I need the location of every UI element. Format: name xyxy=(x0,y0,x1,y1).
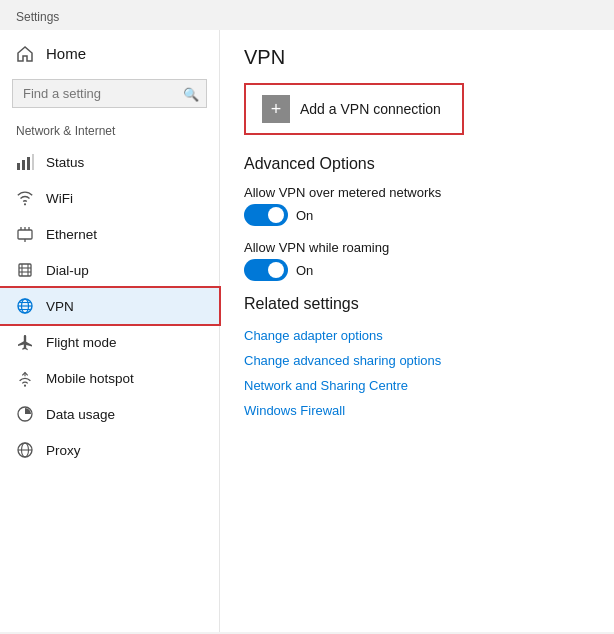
proxy-icon xyxy=(16,441,34,459)
sidebar-item-label: Flight mode xyxy=(46,335,117,350)
status-icon xyxy=(16,153,34,171)
main-content: VPN + Add a VPN connection Advanced Opti… xyxy=(220,30,614,632)
sidebar-item-flightmode[interactable]: Flight mode xyxy=(0,324,219,360)
sidebar-item-label: Data usage xyxy=(46,407,115,422)
sidebar-section-label: Network & Internet xyxy=(0,118,219,144)
sidebar-item-ethernet[interactable]: Ethernet xyxy=(0,216,219,252)
svg-rect-1 xyxy=(22,160,25,170)
svg-point-4 xyxy=(24,203,26,205)
sidebar-item-label: Ethernet xyxy=(46,227,97,242)
search-container: 🔍 xyxy=(12,79,207,108)
svg-point-20 xyxy=(24,385,26,387)
windows-firewall-link[interactable]: Windows Firewall xyxy=(244,398,590,423)
flightmode-icon xyxy=(16,333,34,351)
sidebar-item-label: Mobile hotspot xyxy=(46,371,134,386)
sidebar-item-vpn[interactable]: VPN xyxy=(0,288,219,324)
toggle-roaming: Allow VPN while roaming On xyxy=(244,240,590,281)
sidebar-item-wifi[interactable]: WiFi xyxy=(0,180,219,216)
vpn-title: VPN xyxy=(244,46,590,69)
toggle-roaming-label: Allow VPN while roaming xyxy=(244,240,590,255)
title-bar: Settings xyxy=(0,0,614,30)
vpn-icon xyxy=(16,297,34,315)
app-title: Settings xyxy=(16,10,59,24)
sidebar-item-datausage[interactable]: Data usage xyxy=(0,396,219,432)
toggle-roaming-state: On xyxy=(296,263,313,278)
network-sharing-centre-link[interactable]: Network and Sharing Centre xyxy=(244,373,590,398)
plus-icon: + xyxy=(262,95,290,123)
svg-rect-10 xyxy=(19,264,31,276)
sidebar-item-mobilehotspot[interactable]: Mobile hotspot xyxy=(0,360,219,396)
home-icon xyxy=(16,44,34,63)
svg-rect-2 xyxy=(27,157,30,170)
sidebar-item-proxy[interactable]: Proxy xyxy=(0,432,219,468)
home-label: Home xyxy=(46,45,86,62)
add-vpn-label: Add a VPN connection xyxy=(300,101,441,117)
datausage-icon xyxy=(16,405,34,423)
svg-rect-0 xyxy=(17,163,20,170)
sidebar-item-status[interactable]: Status xyxy=(0,144,219,180)
search-input[interactable] xyxy=(12,79,207,108)
sidebar-item-dialup[interactable]: Dial-up xyxy=(0,252,219,288)
advanced-options-title: Advanced Options xyxy=(244,155,590,173)
ethernet-icon xyxy=(16,225,34,243)
home-nav-item[interactable]: Home xyxy=(0,34,219,73)
sidebar-item-label: Dial-up xyxy=(46,263,89,278)
toggle-roaming-wrap: On xyxy=(244,259,590,281)
change-adapter-link[interactable]: Change adapter options xyxy=(244,323,590,348)
sidebar-item-label: WiFi xyxy=(46,191,73,206)
change-sharing-link[interactable]: Change advanced sharing options xyxy=(244,348,590,373)
sidebar-item-label: Proxy xyxy=(46,443,81,458)
sidebar: Home 🔍 Network & Internet Status xyxy=(0,30,220,632)
search-icon: 🔍 xyxy=(183,86,199,101)
svg-rect-5 xyxy=(18,230,32,239)
toggle-metered: Allow VPN over metered networks On xyxy=(244,185,590,226)
wifi-icon xyxy=(16,189,34,207)
sidebar-item-label: Status xyxy=(46,155,84,170)
related-settings-title: Related settings xyxy=(244,295,590,313)
sidebar-item-label: VPN xyxy=(46,299,74,314)
toggle-metered-state: On xyxy=(296,208,313,223)
dialup-icon xyxy=(16,261,34,279)
toggle-metered-wrap: On xyxy=(244,204,590,226)
add-vpn-button[interactable]: + Add a VPN connection xyxy=(244,83,464,135)
main-container: Home 🔍 Network & Internet Status xyxy=(0,30,614,632)
toggle-metered-label: Allow VPN over metered networks xyxy=(244,185,590,200)
svg-rect-3 xyxy=(32,154,34,170)
toggle-roaming-switch[interactable] xyxy=(244,259,288,281)
toggle-metered-switch[interactable] xyxy=(244,204,288,226)
hotspot-icon xyxy=(16,369,34,387)
